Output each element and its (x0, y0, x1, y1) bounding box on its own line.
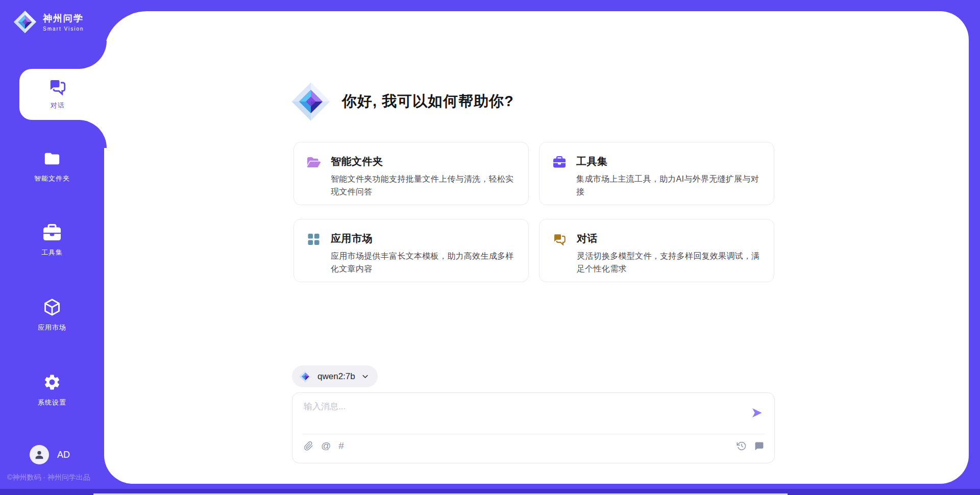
greeting-heading: 你好, 我可以如何帮助你? (342, 91, 514, 112)
message-input[interactable] (304, 401, 743, 430)
card-smart-folder[interactable]: 智能文件夹 智能文件夹功能支持批量文件上传与清洗，轻松实现文件问答 (293, 142, 529, 205)
brand-subtitle: Smart Vision (43, 26, 84, 32)
cube-icon (42, 298, 62, 316)
person-icon (34, 449, 45, 460)
user-account[interactable]: AD (30, 445, 70, 464)
logo-diamond-icon (291, 82, 331, 121)
attach-icon[interactable] (304, 441, 313, 451)
chevron-down-icon (361, 372, 370, 381)
folder-icon (43, 150, 61, 167)
folder-open-icon (307, 156, 321, 192)
sidebar-item-chat[interactable]: 对话 (14, 69, 101, 120)
logo-diamond-icon (299, 370, 312, 383)
send-icon[interactable] (751, 407, 763, 419)
card-app-market[interactable]: 应用市场 应用市场提供丰富长文本模板，助力高效生成多样化文章内容 (293, 219, 529, 282)
card-description: 智能文件夹功能支持批量文件上传与清洗，轻松实现文件问答 (331, 173, 515, 199)
sidebar-item-smart-folder[interactable]: 智能文件夹 (0, 150, 104, 183)
grid-icon (307, 233, 321, 269)
brand-name: 神州问学 (43, 12, 84, 24)
card-title: 对话 (577, 232, 761, 245)
sidebar-item-label: 对话 (51, 101, 65, 110)
model-selector[interactable]: qwen2:7b (292, 365, 378, 387)
sidebar-item-label: 智能文件夹 (34, 174, 70, 183)
model-name: qwen2:7b (317, 372, 355, 382)
card-description: 集成市场上主流工具，助力AI与外界无缝扩展与对接 (576, 173, 761, 199)
card-title: 工具集 (576, 155, 761, 168)
sidebar-item-app-market[interactable]: 应用市场 (0, 298, 104, 332)
app-window: 神州问学 Smart Vision 对话 智能文件夹 工具集 应用市场 系统设置 (0, 0, 980, 495)
greeting-block: 你好, 我可以如何帮助你? (291, 82, 514, 121)
avatar (30, 445, 49, 464)
logo-diamond-icon (13, 10, 37, 34)
toolbox-icon (43, 224, 61, 241)
gear-icon (42, 373, 62, 391)
sidebar-item-label: 系统设置 (38, 398, 66, 407)
mention-icon[interactable]: @ (321, 440, 331, 452)
card-title: 智能文件夹 (331, 155, 515, 168)
card-description: 灵活切换多模型文件，支持多样回复效果调试，满足个性化需求 (577, 250, 761, 276)
message-composer: @ # (292, 392, 775, 463)
card-chat[interactable]: 对话 灵活切换多模型文件，支持多样回复效果调试，满足个性化需求 (539, 219, 774, 282)
card-title: 应用市场 (331, 232, 515, 245)
sidebar-item-toolset[interactable]: 工具集 (0, 224, 104, 257)
history-icon[interactable] (737, 441, 747, 451)
sidebar-item-label: 应用市场 (38, 323, 66, 332)
sidebar-item-settings[interactable]: 系统设置 (0, 373, 104, 407)
chat-bubbles-icon (553, 233, 567, 269)
feature-cards: 智能文件夹 智能文件夹功能支持批量文件上传与清洗，轻松实现文件问答 工具集 集成… (293, 142, 774, 282)
composer-divider (303, 434, 765, 434)
topic-icon[interactable]: # (338, 440, 344, 452)
chat-bubbles-icon (48, 79, 67, 96)
user-initials: AD (57, 450, 70, 460)
feedback-bubble-icon[interactable] (754, 441, 764, 451)
composer-toolbar: @ # (304, 440, 764, 452)
briefcase-icon (553, 156, 566, 192)
copyright-footer: ©神州数码 · 神州问学出品 (7, 473, 90, 482)
sidebar-item-label: 工具集 (41, 248, 63, 257)
brand-logo: 神州问学 Smart Vision (13, 10, 84, 34)
card-description: 应用市场提供丰富长文本模板，助力高效生成多样化文章内容 (331, 250, 515, 276)
card-toolset[interactable]: 工具集 集成市场上主流工具，助力AI与外界无缝扩展与对接 (539, 142, 774, 205)
